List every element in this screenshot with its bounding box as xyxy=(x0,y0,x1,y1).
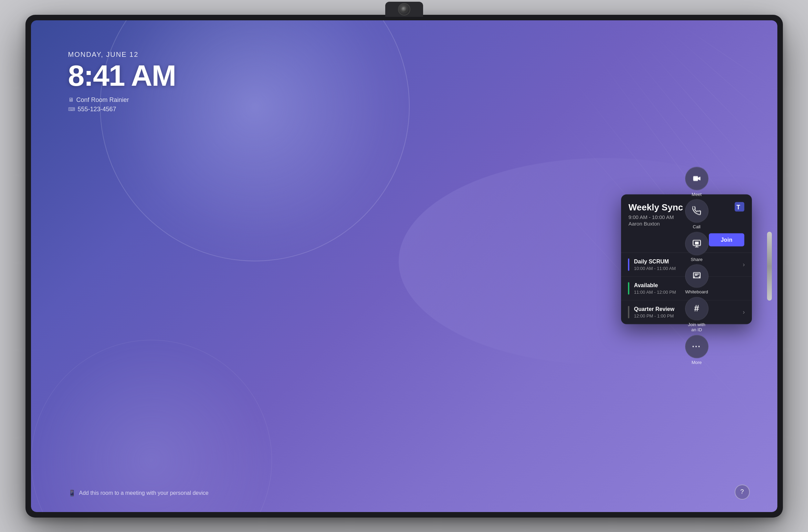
indicator-dim xyxy=(628,306,629,318)
chevron-right-icon-review: › xyxy=(743,309,745,316)
join-with-id-icon-circle: # xyxy=(685,297,709,320)
svg-rect-11 xyxy=(695,242,699,244)
help-button[interactable]: ? xyxy=(735,484,750,500)
monitor-outer: MONDAY, JUNE 12 8:41 AM 🖥 Conf Room Rain… xyxy=(25,15,783,518)
share-label: Share xyxy=(691,257,703,262)
action-share[interactable]: Share xyxy=(685,232,709,262)
room-name: 🖥 Conf Room Rainier xyxy=(68,96,176,104)
svg-line-6 xyxy=(674,20,777,91)
meeting-item-title-quarter-review: Quarter Review xyxy=(634,306,674,312)
teams-icon: T xyxy=(735,202,744,211)
svg-text:T: T xyxy=(736,204,740,210)
camera-bump xyxy=(385,2,423,17)
action-more[interactable]: ●●● More xyxy=(685,335,709,365)
more-icon-circle: ●●● xyxy=(685,335,709,358)
room-icon: 🖥 xyxy=(68,97,74,103)
meeting-info-quarter-review: Quarter Review 12:00 PM - 1:00 PM xyxy=(634,306,674,318)
whiteboard-icon-circle xyxy=(685,264,709,288)
share-icon-circle xyxy=(685,232,709,255)
indicator-blue xyxy=(628,258,629,271)
meeting-item-time-quarter-review: 12:00 PM - 1:00 PM xyxy=(634,313,674,318)
call-icon-circle xyxy=(685,199,709,223)
meeting-info-available: Available 11:00 AM - 12:00 PM xyxy=(634,282,676,294)
action-whiteboard[interactable]: Whiteboard xyxy=(685,264,709,295)
join-with-id-label: Join with an ID xyxy=(688,322,705,333)
svg-line-4 xyxy=(640,20,777,161)
meet-label: Meet xyxy=(692,192,702,197)
meeting-item-time-daily-scrum: 10:00 AM - 11:00 AM xyxy=(634,265,676,271)
date-display: MONDAY, JUNE 12 xyxy=(68,51,176,59)
hint-icon: 📱 xyxy=(68,489,76,497)
bg-shape2 xyxy=(31,340,272,512)
top-left-info: MONDAY, JUNE 12 8:41 AM 🖥 Conf Room Rain… xyxy=(68,51,176,113)
meeting-info-daily-scrum: Daily SCRUM 10:00 AM - 11:00 AM xyxy=(634,258,676,271)
featured-title: Weekly Sync xyxy=(629,202,683,212)
action-meet[interactable]: Meet xyxy=(685,167,709,197)
time-display: 8:41 AM xyxy=(68,61,176,90)
chevron-right-icon-scrum: › xyxy=(743,261,745,268)
screen: MONDAY, JUNE 12 8:41 AM 🖥 Conf Room Rain… xyxy=(31,20,777,512)
meeting-item-time-available: 11:00 AM - 12:00 PM xyxy=(634,289,676,294)
indicator-green xyxy=(628,282,629,294)
meeting-item-title-available: Available xyxy=(634,282,676,288)
whiteboard-label: Whiteboard xyxy=(685,290,708,295)
bottom-hint: 📱 Add this room to a meeting with your p… xyxy=(68,489,209,497)
meet-icon-circle xyxy=(685,167,709,190)
stylus xyxy=(767,232,772,301)
camera-lens xyxy=(398,3,410,15)
call-label: Call xyxy=(693,225,700,230)
meeting-item-title-daily-scrum: Daily SCRUM xyxy=(634,258,676,264)
action-bar: Meet Call xyxy=(685,167,709,365)
action-call[interactable]: Call xyxy=(685,199,709,230)
svg-line-5 xyxy=(657,20,777,126)
join-button[interactable]: Join xyxy=(709,233,744,246)
phone-icon: ⌨ xyxy=(68,106,75,112)
action-join-with-id[interactable]: # Join with an ID xyxy=(685,297,709,333)
phone-number: ⌨ 555-123-4567 xyxy=(68,106,176,113)
screen-bezel: MONDAY, JUNE 12 8:41 AM 🖥 Conf Room Rain… xyxy=(31,20,777,512)
more-label: More xyxy=(692,360,702,365)
